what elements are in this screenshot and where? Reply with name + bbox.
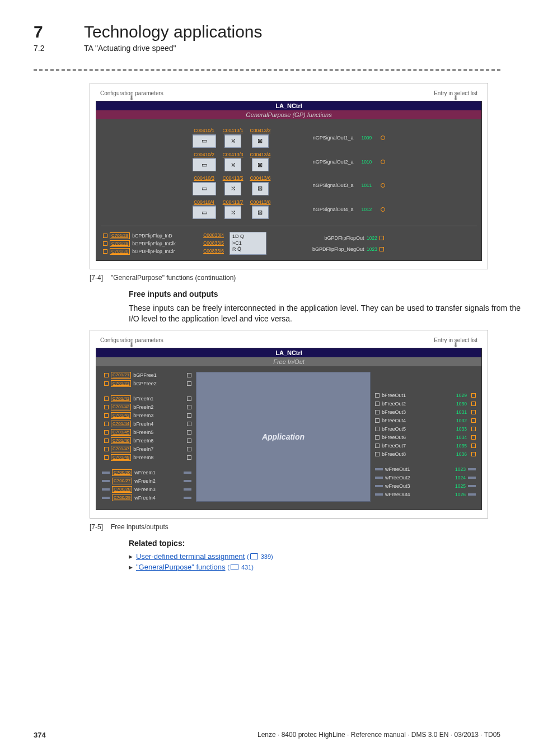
down-arrow-icon: ⬇ <box>434 96 477 100</box>
page-reference[interactable]: ( 431) <box>227 564 254 571</box>
signal-label: bFreeIn1 <box>133 396 185 402</box>
chapter-number: 7 <box>34 22 67 41</box>
free-output-row: bFreeOut1 1029 <box>375 392 476 399</box>
port-icon <box>380 236 384 240</box>
terminal-icon <box>375 477 383 479</box>
port-icon <box>380 247 384 251</box>
param-link[interactable]: C701/46 <box>111 437 131 444</box>
port-icon <box>104 413 109 418</box>
signal-label: wFreeIn2 <box>134 478 181 484</box>
terminal-icon <box>187 381 191 386</box>
port-icon <box>104 373 109 377</box>
param-link[interactable]: C00413/7 <box>223 200 243 205</box>
select-list-entry: 1010 <box>361 159 372 165</box>
param-link[interactable]: C701/45 <box>111 429 131 436</box>
param-link[interactable]: C701/48 <box>111 454 131 461</box>
diagram-titlebar: LA_NCtrl <box>96 348 481 357</box>
free-output-row: wFreeOut2 1024 <box>375 474 476 482</box>
separator <box>34 69 500 71</box>
param-link[interactable]: C00413/8 <box>250 200 271 205</box>
free-input-row: C700/27 wFreeIn2 <box>102 478 191 485</box>
terminal-icon <box>375 418 380 423</box>
param-link[interactable]: C00833/4 <box>203 233 224 238</box>
param-link[interactable]: C701/43 <box>111 412 131 419</box>
terminal-icon <box>184 488 191 491</box>
param-link[interactable]: C701/47 <box>111 446 131 452</box>
signal-label: wFreeIn3 <box>134 487 181 492</box>
signal-out-label: bFreeOut3 <box>382 409 453 415</box>
free-input-row: C701/43 bFreeIn3 <box>102 412 191 419</box>
param-link[interactable]: C00413/3 <box>223 152 243 157</box>
signal-out-label: bFreeOut5 <box>382 426 453 432</box>
param-link[interactable]: C701/41 <box>111 395 131 402</box>
terminal-icon <box>187 396 191 401</box>
param-link[interactable]: C00413/6 <box>250 176 271 181</box>
signal-out-label: wFreeOut1 <box>385 466 452 472</box>
param-link[interactable]: C701/28 <box>110 232 130 239</box>
figure-caption: Free inputs/outputs <box>111 523 168 531</box>
param-link[interactable]: C00413/4 <box>250 152 271 157</box>
port-icon <box>104 405 109 409</box>
terminal-icon <box>375 493 383 496</box>
port-icon <box>471 444 476 448</box>
free-output-row: bFreeOut5 1033 <box>375 426 476 433</box>
terminal-icon <box>187 422 191 426</box>
free-input-row: C701/45 bFreeIn5 <box>102 429 191 436</box>
diagram-titlebar: LA_NCtrl <box>96 101 481 110</box>
param-link[interactable]: C700/26 <box>112 469 132 476</box>
link[interactable]: User-defined terminal assignment <box>136 552 245 561</box>
signal-out-label: wFreeOut2 <box>385 475 452 480</box>
signal-out-label: wFreeOut3 <box>385 483 452 489</box>
slider-symbol: ▭ <box>193 182 216 195</box>
link[interactable]: "GeneralPurpose" functions <box>136 563 226 571</box>
param-link[interactable]: C700/27 <box>112 478 132 484</box>
page-reference[interactable]: ( 339) <box>247 553 273 560</box>
port-icon <box>381 160 385 164</box>
signal-label: bFreeIn2 <box>133 404 185 410</box>
free-input-row: C700/26 wFreeIn1 <box>102 469 191 477</box>
param-link[interactable]: C00833/6 <box>203 249 224 254</box>
param-link[interactable]: C701/21 <box>111 380 131 387</box>
param-link[interactable]: C00410/2 <box>194 152 214 157</box>
signal-out-label: bFreeOut4 <box>382 418 453 423</box>
port-icon <box>471 418 476 423</box>
param-link[interactable]: C00413/5 <box>223 176 243 181</box>
signal-label: bGPDFlipFlop_InD <box>132 233 201 239</box>
param-link[interactable]: C00410/1 <box>194 128 214 133</box>
signal-label: wFreeIn4 <box>134 495 181 501</box>
select-list-entry: 1029 <box>456 393 467 398</box>
free-input-row: C701/21 bGPFree2 <box>102 380 191 388</box>
param-link[interactable]: C00833/5 <box>203 241 224 246</box>
param-link[interactable]: C701/44 <box>111 421 131 427</box>
param-link[interactable]: C700/28 <box>112 486 132 493</box>
flipflop-symbol: 1D Q>C1R Q̄ <box>229 232 266 255</box>
select-list-entry: 1023 <box>455 466 466 472</box>
section-number: 7.2 <box>34 44 67 53</box>
select-list-entry: 1036 <box>456 451 467 457</box>
free-output-row: wFreeOut1 1023 <box>375 466 476 473</box>
paragraph: These inputs can be freely interconnecte… <box>129 303 521 324</box>
param-link[interactable]: C701/29 <box>110 240 130 247</box>
param-link[interactable]: C00413/2 <box>250 128 271 133</box>
select-list-entry: 1035 <box>456 443 467 449</box>
signal-label: wFreeIn1 <box>134 470 181 475</box>
param-link[interactable]: C00410/4 <box>194 200 214 205</box>
port-icon <box>104 438 109 443</box>
param-link[interactable]: C00410/3 <box>194 176 214 181</box>
slider-symbol: ▭ <box>193 206 216 219</box>
signal-label: bFreeIn4 <box>133 421 185 427</box>
diagram-sectionbar: GeneralPurpose (GP) functions <box>96 110 481 119</box>
select-list-entry: 1030 <box>456 401 467 407</box>
terminal-icon <box>187 455 191 460</box>
slider-symbol: ▭ <box>193 158 216 171</box>
port-icon <box>104 422 109 426</box>
port-icon <box>468 493 476 496</box>
free-input-row: C701/46 bFreeIn6 <box>102 437 191 445</box>
param-link[interactable]: C700/29 <box>112 494 132 501</box>
param-link[interactable]: C701/42 <box>111 404 131 410</box>
param-link[interactable]: C701/21 <box>111 372 131 379</box>
footer-docinfo: Lenze · 8400 protec HighLine · Reference… <box>257 731 500 739</box>
multiply-symbol: ⊠ <box>252 206 269 219</box>
param-link[interactable]: C00413/1 <box>223 128 243 133</box>
param-link[interactable]: C701/30 <box>110 248 130 255</box>
